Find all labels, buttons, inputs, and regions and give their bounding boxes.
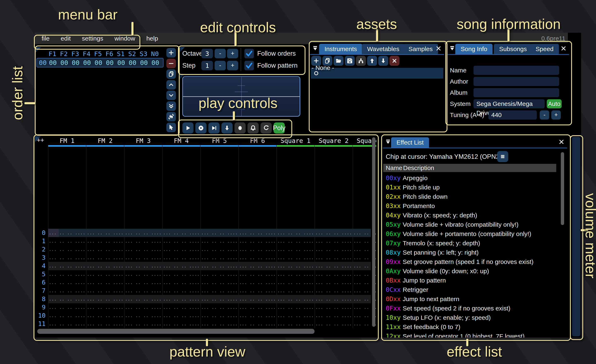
system-select[interactable]: Sega Genesis/Mega Drive bbox=[474, 99, 545, 108]
pattern-cell[interactable]: ... .. .. .... bbox=[48, 245, 86, 254]
tuning-input[interactable]: 440 bbox=[488, 110, 537, 120]
pattern-cell[interactable]: ... .. .. .... bbox=[124, 320, 162, 328]
pattern-cell[interactable]: ... .. .. .... bbox=[200, 320, 238, 328]
order-cell[interactable]: 00 bbox=[81, 58, 93, 67]
play-bar-button[interactable] bbox=[209, 123, 220, 134]
pattern-row-8[interactable]: 8... .. .. ....... .. .. ....... .. .. .… bbox=[35, 295, 376, 303]
pattern-cell[interactable]: ... .. .. .... bbox=[124, 287, 162, 295]
pattern-cell[interactable]: ... .. .. .... bbox=[276, 270, 314, 278]
pattern-cell[interactable]: ... .. .. .... bbox=[86, 237, 124, 245]
pattern-cell[interactable]: ... .. .. .... bbox=[86, 270, 124, 278]
copy-button[interactable] bbox=[166, 69, 176, 79]
pattern-cell[interactable]: ... .. .. .... bbox=[124, 254, 162, 262]
pattern-cell[interactable]: ... .. .. .... bbox=[48, 262, 86, 270]
pattern-row-7[interactable]: 7... .. .. ....... .. .. ....... .. .. .… bbox=[35, 287, 376, 295]
pattern-cell[interactable]: ... .. .. .... bbox=[238, 303, 276, 312]
author-input[interactable] bbox=[474, 77, 559, 86]
pattern-cell[interactable]: ... .. .. .... bbox=[276, 320, 314, 328]
effect-list-menu-button[interactable] bbox=[497, 151, 508, 162]
pattern-cell[interactable]: ... .. .. .... bbox=[86, 254, 124, 262]
step-decrease-button[interactable]: - bbox=[215, 61, 226, 70]
channel-header-fm-2[interactable]: FM 2 bbox=[86, 137, 124, 145]
pattern-cell[interactable]: ... .. .. .... bbox=[162, 295, 200, 303]
pattern-cell[interactable]: ... .. .. .... bbox=[238, 245, 276, 254]
pattern-cell[interactable]: ... .. .. .... bbox=[48, 237, 86, 245]
pattern-cell[interactable]: ... .. .. .... bbox=[276, 245, 314, 254]
tuning-increase-button[interactable]: + bbox=[551, 110, 561, 120]
repeat-button[interactable] bbox=[261, 123, 272, 134]
pattern-row-1[interactable]: 1... .. .. ....... .. .. ....... .. .. .… bbox=[35, 237, 376, 245]
pattern-cell[interactable]: ... .. .. .... bbox=[86, 312, 124, 320]
pattern-row-6[interactable]: 6... .. .. ....... .. .. ....... .. .. .… bbox=[35, 278, 376, 287]
pattern-cell[interactable]: ... .. .. .... bbox=[276, 287, 314, 295]
order-cell[interactable]: 00 bbox=[115, 58, 127, 67]
pattern-cell[interactable]: ... .. .. .... bbox=[276, 295, 314, 303]
play-circle-button[interactable] bbox=[195, 123, 207, 134]
effect-list-scrollbar[interactable] bbox=[561, 152, 564, 225]
instrument-list-item[interactable]: - None - bbox=[311, 68, 443, 79]
pattern-cell[interactable]: ... .. .. .... bbox=[238, 320, 276, 328]
chevron-down-button[interactable] bbox=[166, 91, 176, 100]
pattern-cell[interactable]: ... .. .. .... bbox=[86, 229, 124, 237]
pattern-cell[interactable]: ... .. .. .... bbox=[314, 245, 353, 254]
arrow-down-button[interactable] bbox=[221, 123, 233, 134]
menu-item-settings[interactable]: settings bbox=[76, 33, 109, 44]
pattern-cell[interactable]: ... .. .. .... bbox=[124, 262, 162, 270]
step-increase-button[interactable]: + bbox=[227, 61, 238, 70]
pattern-cell[interactable]: ... .. .. .... bbox=[124, 245, 162, 254]
pattern-cell[interactable]: ... .. .. .... bbox=[200, 278, 238, 287]
order-list-row[interactable]: 00 00000000000000000000 bbox=[37, 58, 164, 67]
pattern-cell[interactable]: ... .. .. .... bbox=[200, 254, 238, 262]
pattern-cell[interactable]: ... .. .. .... bbox=[48, 229, 86, 237]
menu-item-help[interactable]: help bbox=[141, 33, 164, 44]
pattern-cell[interactable]: ... .. .. .... bbox=[238, 270, 276, 278]
pattern-cell[interactable]: ... .. .. .... bbox=[162, 312, 200, 320]
pattern-row-0[interactable]: 0... .. .. ....... .. .. ....... .. .. .… bbox=[35, 229, 376, 237]
pattern-cell[interactable]: ... .. .. .... bbox=[162, 237, 200, 245]
pattern-cell[interactable]: ... .. .. .... bbox=[124, 270, 162, 278]
pattern-cell[interactable]: ... .. .. .... bbox=[48, 278, 86, 287]
follow-pattern-checkbox[interactable] bbox=[244, 61, 254, 70]
pattern-cell[interactable]: ... .. .. .... bbox=[124, 278, 162, 287]
collapse-icon[interactable] bbox=[449, 45, 455, 51]
pattern-row-11[interactable]: 11... .. .. ....... .. .. ....... .. .. … bbox=[35, 320, 376, 328]
pattern-cell[interactable]: ... .. .. .... bbox=[162, 287, 200, 295]
close-icon[interactable] bbox=[558, 139, 565, 145]
step-value[interactable]: 1 bbox=[201, 61, 213, 70]
pattern-cell[interactable]: ... .. .. .... bbox=[162, 229, 200, 237]
tab-subsongs[interactable]: Subsongs bbox=[494, 44, 532, 54]
channel-header-square-2[interactable]: Square 2 bbox=[314, 137, 353, 145]
arrow-down-button[interactable] bbox=[378, 56, 388, 66]
pattern-cell[interactable]: ... .. .. .... bbox=[238, 295, 276, 303]
pattern-cell[interactable]: ... .. .. .... bbox=[238, 237, 276, 245]
pattern-cell[interactable]: ... .. .. .... bbox=[162, 254, 200, 262]
pattern-cell[interactable]: ... .. .. .... bbox=[86, 262, 124, 270]
pattern-cell[interactable]: ... .. .. .... bbox=[200, 262, 238, 270]
pattern-cell[interactable]: ... .. .. .... bbox=[48, 303, 86, 312]
pattern-cell[interactable]: ... .. .. .... bbox=[276, 262, 314, 270]
menu-item-file[interactable]: file bbox=[36, 33, 55, 44]
order-cell[interactable]: 00 bbox=[127, 58, 138, 67]
pattern-cell[interactable]: ... .. .. .... bbox=[314, 270, 353, 278]
tab-song-info[interactable]: Song Info bbox=[455, 44, 492, 54]
pattern-cell[interactable]: ... .. .. .... bbox=[162, 262, 200, 270]
pattern-cell[interactable]: ... .. .. .... bbox=[276, 237, 314, 245]
pattern-cell[interactable]: ... .. .. .... bbox=[276, 229, 314, 237]
pattern-horizontal-scrollbar[interactable] bbox=[37, 329, 314, 334]
pattern-cell[interactable]: ... .. .. .... bbox=[162, 320, 200, 328]
menu-item-edit[interactable]: edit bbox=[55, 33, 76, 44]
pattern-cell[interactable]: ... .. .. .... bbox=[86, 278, 124, 287]
pattern-cell[interactable]: ... .. .. .... bbox=[86, 295, 124, 303]
pattern-cell[interactable]: ... .. .. .... bbox=[48, 287, 86, 295]
delete-button[interactable] bbox=[389, 56, 399, 66]
channel-header-fm-1[interactable]: FM 1 bbox=[48, 137, 86, 145]
pattern-cell[interactable]: ... .. .. .... bbox=[314, 303, 353, 312]
pattern-row-3[interactable]: 3... .. .. ....... .. .. ....... .. .. .… bbox=[35, 254, 376, 262]
pattern-cell[interactable]: ... .. .. .... bbox=[162, 303, 200, 312]
tree-button[interactable] bbox=[356, 56, 366, 66]
pattern-cell[interactable]: ... .. .. .... bbox=[86, 320, 124, 328]
octave-value[interactable]: 3 bbox=[201, 49, 213, 58]
pattern-row-2[interactable]: 2... .. .. ....... .. .. ....... .. .. .… bbox=[35, 245, 376, 254]
order-cell[interactable]: 00 bbox=[47, 58, 59, 67]
close-icon[interactable] bbox=[435, 45, 442, 51]
